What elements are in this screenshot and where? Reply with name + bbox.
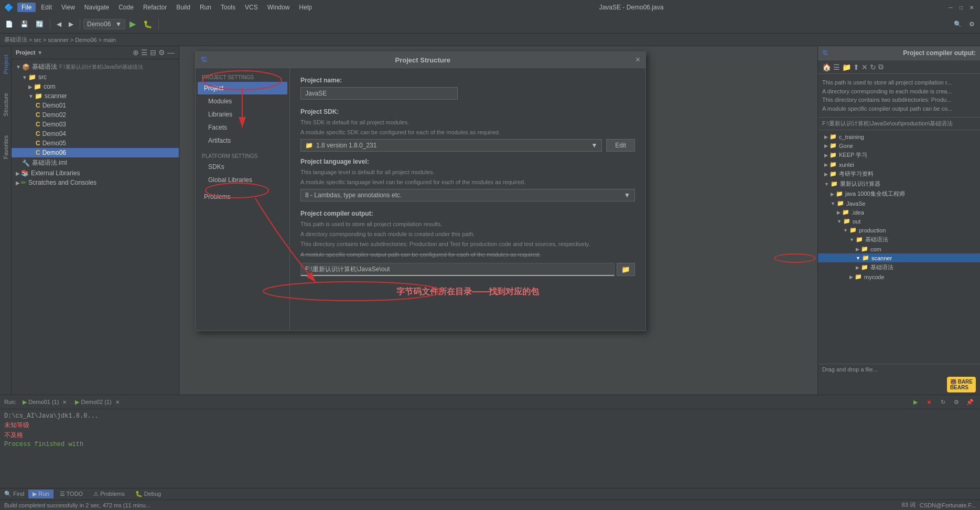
run-config-dropdown[interactable]: Demo06 ▼ (83, 19, 125, 29)
menu-build[interactable]: Build (172, 3, 195, 12)
nav-item-global-libraries[interactable]: Global Libraries (198, 174, 287, 186)
todo-tab-btn[interactable]: ☰ TODO (56, 490, 87, 498)
debug-tab-btn[interactable]: 🐛 Debug (131, 490, 165, 498)
run-stop-button[interactable]: ■ (923, 396, 935, 408)
right-tree-item[interactable]: ▼ 📁 基础语法 (818, 235, 980, 245)
compiler-output-browse-button[interactable]: 📁 (617, 263, 635, 276)
right-tree-item[interactable]: ▶ 📁 xunlei (818, 160, 980, 169)
new-button[interactable]: 📄 (2, 19, 16, 29)
close-panel-icon[interactable]: — (167, 48, 175, 57)
home-icon[interactable]: 🏠 (822, 63, 831, 71)
tree-item-scanner[interactable]: ▼ 📁 scanner (12, 91, 179, 101)
nav-item-project[interactable]: Project (198, 82, 287, 94)
tree-item-demo05[interactable]: C Demo05 (12, 139, 179, 148)
close-button[interactable]: ✕ (967, 3, 976, 12)
maximize-button[interactable]: □ (957, 3, 965, 12)
folder-icon[interactable]: 📁 (842, 63, 851, 71)
tree-item-demo04[interactable]: C Demo04 (12, 129, 179, 139)
menu-vcs[interactable]: VCS (241, 3, 262, 12)
tree-item-demo03[interactable]: C Demo03 (12, 120, 179, 129)
run-button[interactable]: ▶ (126, 18, 139, 30)
right-tree-item[interactable]: ▶ 📁 java 1000集全线工程师 (818, 189, 980, 199)
nav-item-problems[interactable]: Problems (198, 190, 287, 203)
right-tree-item[interactable]: ▼ 📁 重新认识计算器 (818, 179, 980, 189)
run-pin-button[interactable]: 📌 (964, 396, 976, 408)
tree-item-iml[interactable]: 🔧 基础语法.iml (12, 157, 179, 168)
tree-item-demo01[interactable]: C Demo01 (12, 101, 179, 110)
sdk-edit-button[interactable]: Edit (606, 139, 635, 152)
run-tab-btn[interactable]: ▶ Run (28, 490, 53, 498)
right-tree-item[interactable]: ▶ 📁 KEEP 学习 (818, 150, 980, 160)
tree-item-root[interactable]: ▼ 📦 基础语法 F:\重新认识计算机\JavaSe\基础语法 (12, 61, 179, 72)
menu-navigate[interactable]: Navigate (80, 3, 113, 12)
menu-tools[interactable]: Tools (217, 3, 240, 12)
breadcrumb-part-3[interactable]: Demo06 (75, 37, 97, 43)
search-everywhere-button[interactable]: 🔍 (951, 19, 965, 29)
up-icon[interactable]: ⬆ (853, 63, 859, 71)
breadcrumb-part-1[interactable]: src (34, 37, 41, 43)
lang-level-select[interactable]: 8 - Lambdas, type annotations etc. ▼ (300, 189, 635, 201)
right-tree-item[interactable]: ▼ 📁 JavaSe (818, 199, 980, 208)
right-tree-item[interactable]: ▶ 📁 Gone (818, 141, 980, 150)
menu-run[interactable]: Run (196, 3, 216, 12)
problems-tab-btn[interactable]: ⚠ Problems (89, 490, 129, 498)
add-icon[interactable]: ⊕ (133, 48, 139, 57)
collapse-icon[interactable]: ⊟ (150, 48, 156, 57)
nav-item-sdks[interactable]: SDKs (198, 161, 287, 173)
run-tab-demo02[interactable]: ▶ Demo02 (1) ✕ (71, 398, 123, 407)
tree-item-src[interactable]: ▼ 📁 src (12, 72, 179, 82)
breadcrumb-part-4[interactable]: main (103, 37, 116, 43)
sdk-select[interactable]: 📁 1.8 version 1.8.0_231 ▼ (300, 139, 602, 152)
run-tab-close[interactable]: ✕ (62, 399, 67, 405)
right-tree-item[interactable]: ▶ 📁 c_training (818, 132, 980, 141)
list-icon[interactable]: ☰ (833, 63, 840, 71)
nav-item-libraries[interactable]: Libraries (198, 108, 287, 121)
nav-item-artifacts[interactable]: Artifacts (198, 134, 287, 147)
right-tree-item[interactable]: ▶ 📁 考研学习资料 (818, 169, 980, 179)
menu-view[interactable]: View (57, 3, 79, 12)
panel-title-dropdown[interactable]: ▼ (37, 50, 42, 56)
tree-item-com[interactable]: ▶ 📁 com (12, 82, 179, 91)
sidebar-label-structure[interactable]: Structure (3, 89, 9, 121)
settings-icon[interactable]: ⚙ (158, 48, 165, 57)
menu-code[interactable]: Code (114, 3, 138, 12)
tree-item-demo02[interactable]: C Demo02 (12, 110, 179, 120)
project-name-input[interactable] (300, 87, 458, 100)
run-play-button[interactable]: ▶ (910, 396, 921, 408)
run-settings-button[interactable]: ⚙ (951, 396, 962, 408)
right-tree-item-scanner[interactable]: ▼ 📁 scanner (818, 253, 980, 262)
nav-item-modules[interactable]: Modules (198, 95, 287, 108)
breadcrumb-part-2[interactable]: scanner (48, 37, 69, 43)
right-tree-item[interactable]: ▼ 📁 out (818, 217, 980, 226)
right-tree-item[interactable]: ▶ 📁 mycode (818, 272, 980, 281)
run-rerun-button[interactable]: ↻ (937, 396, 949, 408)
settings-button[interactable]: ⚙ (966, 19, 978, 29)
menu-edit[interactable]: Edit (37, 3, 56, 12)
breadcrumb-part-0[interactable]: 基础语法 (4, 36, 27, 44)
minimize-button[interactable]: ─ (946, 3, 955, 12)
find-icon[interactable]: 🔍 Find (4, 491, 24, 497)
tree-item-demo06[interactable]: C Demo06 (12, 148, 179, 157)
save-button[interactable]: 💾 (17, 19, 31, 29)
menu-refactor[interactable]: Refactor (139, 3, 171, 12)
menu-file[interactable]: File (17, 3, 36, 12)
copy-icon[interactable]: ⧉ (878, 62, 884, 71)
back-button[interactable]: ◀ (53, 19, 64, 29)
sidebar-label-project[interactable]: Project (3, 50, 9, 78)
run-tab-demo01[interactable]: ▶ Demo01 (1) ✕ (18, 398, 71, 407)
debug-button[interactable]: 🐛 (140, 19, 155, 29)
delete-icon[interactable]: ✕ (861, 63, 868, 71)
compiler-output-input[interactable] (300, 263, 615, 276)
tree-item-external[interactable]: ▶ 📚 External Libraries (12, 168, 179, 178)
sync-button[interactable]: 🔄 (33, 19, 47, 29)
right-tree-item[interactable]: ▶ 📁 基础语法 (818, 262, 980, 272)
forward-button[interactable]: ▶ (66, 19, 77, 29)
list-icon[interactable]: ☰ (141, 48, 148, 57)
right-tree-item[interactable]: ▶ 📁 .idea (818, 208, 980, 217)
menu-help[interactable]: Help (295, 3, 316, 12)
menu-window[interactable]: Window (263, 3, 294, 12)
right-tree-item[interactable]: ▼ 📁 production (818, 226, 980, 235)
dialog-close-button[interactable]: × (636, 55, 640, 65)
tree-item-scratches[interactable]: ▶ ✏ Scratches and Consoles (12, 178, 179, 187)
run-tab-close[interactable]: ✕ (115, 399, 120, 405)
